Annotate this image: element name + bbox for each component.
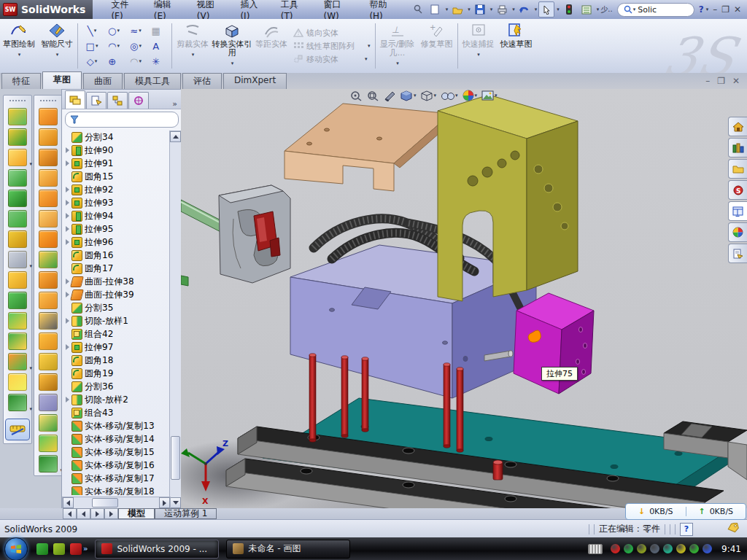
tray-icon[interactable] — [611, 544, 620, 553]
feature-tree-item[interactable]: 曲面-拉伸38 — [62, 275, 170, 288]
feature-tree-item[interactable]: 拉伸94 — [62, 209, 170, 222]
options-icon[interactable] — [578, 1, 595, 18]
move-entities-button[interactable]: 移动实体▾ — [293, 54, 371, 65]
repair-sketch-button[interactable]: + 修复草图 — [418, 19, 456, 73]
feature-tree-item[interactable]: 组合43 — [62, 406, 170, 419]
design-library-tab[interactable] — [728, 138, 747, 158]
clamp-bracket-olive[interactable] — [438, 95, 578, 301]
mold-tool-button[interactable]: ▾ — [39, 271, 58, 289]
quick-launch-icon[interactable] — [36, 543, 48, 555]
feature-tool-button[interactable]: ▾ — [8, 373, 27, 391]
help-button[interactable]: ? — [699, 4, 704, 15]
tray-icon[interactable] — [650, 544, 659, 553]
smart-dimension-button[interactable]: 智能尺寸▾ — [38, 19, 76, 73]
section-view-button[interactable] — [384, 90, 396, 101]
mold-tool-button[interactable]: ▾ — [39, 332, 58, 350]
zoom-to-fit-button[interactable] — [350, 90, 363, 101]
trim-entities-button[interactable]: 剪裁实体▾ — [174, 19, 212, 73]
pin-icon[interactable] — [410, 1, 426, 18]
scroll-down-button[interactable] — [170, 497, 181, 508]
vertical-scroll-thumb[interactable] — [171, 436, 180, 480]
ejector-pin-stub[interactable] — [493, 460, 503, 480]
feature-tree-item[interactable]: 分割34 — [62, 131, 170, 144]
view-palette-tab[interactable] — [728, 201, 747, 221]
feature-tool-button[interactable]: ▾ — [8, 332, 27, 350]
feature-tree-item[interactable]: 拉伸96 — [62, 236, 170, 249]
sketch-entity-button[interactable]: ≈▾ — [125, 23, 147, 39]
close-button[interactable]: ✕ — [734, 4, 741, 15]
solidworks-resources-tab[interactable] — [728, 117, 747, 136]
expand-arrow-icon[interactable] — [63, 212, 71, 219]
sketch-entity-button[interactable]: ◠▾ — [125, 54, 147, 69]
search-box[interactable]: ▾ Solic — [617, 3, 694, 17]
ribbon-tab[interactable]: DimXpert — [223, 73, 287, 89]
expand-arrow-icon[interactable] — [63, 343, 71, 351]
horizontal-scroll-thumb[interactable] — [92, 498, 118, 508]
tags-icon[interactable] — [727, 523, 740, 535]
expand-arrow-icon[interactable] — [63, 291, 71, 298]
feature-tree-item[interactable]: 实体-移动/复制13 — [62, 419, 170, 432]
feature-tree-item[interactable]: 分割36 — [62, 380, 170, 393]
feature-tree-item[interactable]: 拉伸90 — [62, 144, 170, 157]
feature-tool-button[interactable]: ▾ — [8, 394, 27, 411]
top-plate-tan[interactable] — [285, 104, 457, 191]
tab-propertymanager[interactable] — [86, 92, 107, 109]
open-icon[interactable] — [449, 1, 465, 18]
sketch-entity-button[interactable]: ⊕▾ — [103, 54, 125, 69]
feature-tree-item[interactable]: 实体-移动/复制17 — [62, 472, 170, 485]
doc-close-button[interactable]: ✕ — [732, 76, 740, 86]
mold-tool-button[interactable]: ▾ — [39, 149, 58, 166]
toolbar-overflow[interactable]: 少.. — [600, 4, 612, 15]
expand-arrow-icon[interactable] — [63, 278, 71, 285]
feature-tree-item[interactable]: 切除-放样1 — [62, 314, 170, 327]
quick-tips-button[interactable]: ? — [680, 523, 693, 536]
mold-tool-button[interactable]: ▾ — [39, 230, 58, 248]
graphics-viewport[interactable]: X Y Z ▾ ▾ ▾ ▾ ▾ — [181, 89, 747, 508]
feature-tree-item[interactable]: 拉伸92 — [62, 183, 170, 196]
offset-entities-button[interactable]: 等距实体 — [252, 19, 290, 73]
mold-tool-button[interactable]: ▾ — [39, 353, 58, 370]
save-icon[interactable] — [472, 1, 488, 18]
feature-tool-button[interactable]: ▾ — [8, 353, 27, 370]
sketch-entity-button[interactable]: ◠▾ — [103, 39, 125, 54]
doc-restore-button[interactable]: ❐ — [717, 76, 725, 86]
feature-tool-button[interactable]: ▾ — [8, 108, 27, 125]
feature-tree-item[interactable]: 切除-放样2 — [62, 393, 170, 406]
file-explorer-tab[interactable] — [728, 159, 747, 179]
tab-configurationmanager[interactable] — [107, 92, 128, 109]
expand-arrow-icon[interactable] — [63, 238, 71, 246]
first-tab-button[interactable] — [63, 508, 77, 519]
mold-tool-button[interactable]: ▾ — [39, 128, 58, 146]
display-delete-relations-button[interactable]: ⊥ 显示/删除几...▾ — [377, 19, 418, 73]
custom-properties-tab[interactable] — [728, 244, 747, 263]
feature-tool-button[interactable]: ▾ — [8, 251, 27, 268]
start-button[interactable] — [4, 537, 28, 560]
tree-vertical-scrollbar[interactable] — [169, 131, 182, 509]
help-dropdown[interactable]: ▾ — [706, 7, 709, 12]
sketch-entity-button[interactable]: □▾ — [81, 39, 103, 54]
convert-entities-button[interactable]: 转换实体引用▾ — [212, 19, 252, 73]
apply-scene-button[interactable]: ▾ — [481, 90, 498, 101]
search-scope-dropdown[interactable]: ▾ — [633, 7, 636, 12]
print-dropdown[interactable]: ▾ — [512, 7, 515, 12]
open-dropdown[interactable]: ▾ — [468, 7, 471, 12]
select-icon[interactable] — [538, 1, 554, 18]
mold-tool-button[interactable]: ▾ — [39, 169, 58, 187]
sketch-entity-button[interactable]: ✳▾ — [147, 54, 169, 69]
save-dropdown[interactable]: ▾ — [490, 7, 493, 12]
feature-tree-item[interactable]: 圆角15 — [62, 170, 170, 183]
tree-horizontal-scrollbar[interactable] — [62, 497, 171, 509]
scroll-up-button[interactable] — [170, 131, 181, 142]
feature-tree-item[interactable]: 圆角19 — [62, 367, 170, 380]
sprue-assembly-gray[interactable] — [181, 185, 290, 283]
tab-dimxpertmanager[interactable] — [128, 92, 149, 109]
view-orientation-button[interactable]: ▾ — [400, 90, 417, 101]
motion-study-tab[interactable]: 运动算例 1 — [155, 508, 217, 519]
doc-minimize-button[interactable]: – — [705, 76, 710, 86]
feature-tool-button[interactable]: ▾ — [8, 210, 27, 228]
ribbon-tab[interactable]: 曲面 — [83, 73, 123, 89]
expand-arrow-icon[interactable] — [63, 160, 71, 167]
expand-arrow-icon[interactable] — [63, 396, 71, 403]
mold-tool-button[interactable]: ▾ — [39, 435, 58, 452]
mold-tool-button[interactable]: ▾ — [39, 312, 58, 330]
